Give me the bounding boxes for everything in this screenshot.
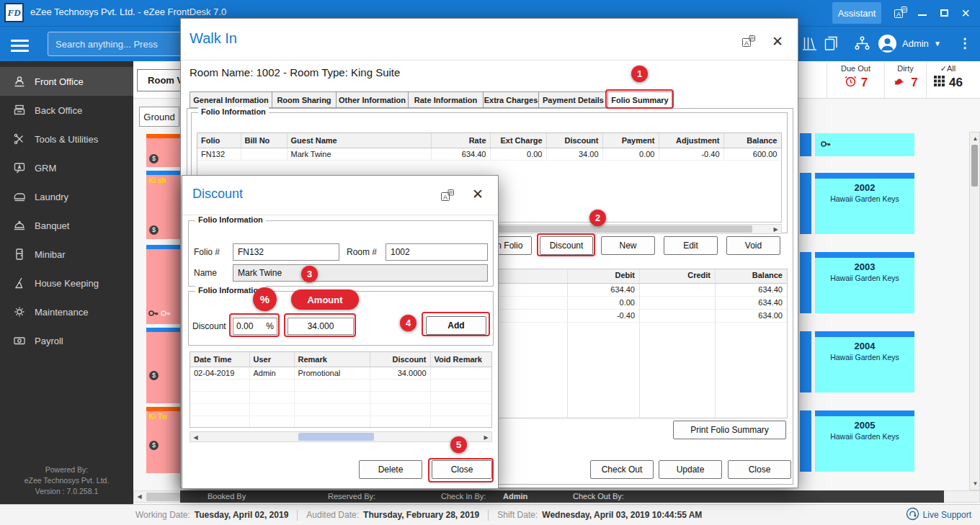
room-tile-2002[interactable]: 2002 Hawaii Garden Keys [815, 173, 914, 234]
room-tile-2004[interactable]: 2004 Hawaii Garden Keys [815, 331, 914, 392]
counter-label: Dirty [885, 64, 926, 73]
shift-date-value: Wednesday, April 03, 2019 10:44:55 AM [542, 510, 702, 520]
sidebar-item-label: Back Office [35, 105, 82, 116]
room-tile-partial[interactable] [815, 133, 914, 156]
counter-all[interactable]: ✓All 46 [926, 62, 969, 98]
sidebar-item-tools-utilities[interactable]: Tools & Utilities [0, 125, 133, 153]
sidebar-item-minibar[interactable]: Minibar [0, 240, 133, 269]
sidebar-item-label: House Keeping [35, 278, 99, 289]
room-tile[interactable]: Ki Tw $ [146, 407, 180, 473]
booked-by-label: Booked By [208, 490, 246, 503]
percent-unit: % [266, 321, 274, 331]
sidebar-item-front-office[interactable]: Front Office [0, 67, 133, 96]
user-menu[interactable]: Admin [902, 27, 929, 62]
avatar[interactable] [878, 34, 897, 56]
tab-other-information[interactable]: Other Information [337, 91, 409, 108]
room-number: 2002 [815, 182, 914, 193]
add-button[interactable]: Add [426, 316, 486, 335]
check-out-button[interactable]: Check Out [590, 460, 654, 479]
room-tile-2005[interactable]: 2005 Hawaii Garden Keys [815, 410, 914, 472]
scrollbar-thumb[interactable] [298, 433, 374, 441]
sidebar-item-laundry[interactable]: Laundry [0, 182, 133, 211]
tab-extra-charges[interactable]: Extra Charges [484, 91, 539, 108]
print-folio-summary-button[interactable]: Print Folio Summary [673, 421, 786, 439]
tab-general-information[interactable]: General Information [190, 91, 272, 108]
translate-icon[interactable]: A [892, 4, 909, 22]
folio-number-input[interactable]: FN132 [233, 243, 339, 261]
statusbar: Working Date: Tuesday, April 02, 2019 Au… [0, 504, 980, 525]
sidebar-item-house-keeping[interactable]: House Keeping [0, 269, 133, 297]
documents-icon[interactable] [823, 35, 839, 55]
scroll-down-icon[interactable]: ▼ [970, 478, 980, 489]
sidebar-footer: Powered By: eZee Technosys Pvt. Ltd. Ver… [0, 465, 133, 497]
discount-history-table: Date Time User Remark Discount Void Rema… [190, 352, 492, 428]
void-button[interactable]: Void [726, 236, 780, 255]
discount-percent-input[interactable]: 0.00 % [233, 318, 277, 335]
room-tile-2003[interactable]: 2003 Hawaii Garden Keys [815, 252, 914, 313]
tab-payment-details[interactable]: Payment Details [539, 91, 608, 108]
counter-due-out[interactable]: Due Out 7 [827, 62, 884, 98]
sidebar-item-back-office[interactable]: Back Office [0, 96, 133, 125]
vertical-scrollbar[interactable]: ▲ ▼ [969, 132, 980, 490]
translate-icon[interactable]: A [440, 189, 455, 206]
assistant-button[interactable]: Assistant [832, 2, 881, 24]
scroll-up-icon[interactable]: ▲ [970, 133, 980, 144]
scroll-left-icon[interactable]: ◀ [134, 491, 145, 502]
edit-button[interactable]: Edit [664, 236, 718, 255]
close-button[interactable]: × [957, 4, 974, 22]
tab-rate-information[interactable]: Rate Information [409, 91, 484, 108]
tab-room-sharing[interactable]: Room Sharing [272, 91, 337, 108]
annotation-step-2: 2 [589, 210, 606, 226]
room-number-input[interactable]: 1002 [386, 243, 488, 261]
discount-amount-input[interactable]: 34.000 [288, 318, 354, 335]
sidebar-item-payroll[interactable]: Payroll [0, 326, 133, 355]
walkin-close-button[interactable]: Close [728, 460, 791, 479]
room-tile[interactable]: Ki sh $ [146, 171, 180, 239]
table-row-empty [190, 391, 491, 403]
reports-icon[interactable] [801, 35, 818, 55]
working-date-label: Working Date: [135, 510, 190, 520]
live-support-button[interactable]: Live Support [906, 507, 971, 523]
sidebar-item-label: Tools & Utilities [35, 134, 98, 145]
close-icon[interactable]: ✕ [472, 187, 484, 201]
room-tile[interactable] [146, 245, 180, 324]
update-button[interactable]: Update [659, 460, 722, 479]
due-out-clock-icon [844, 74, 858, 91]
discount-button[interactable]: Discount [540, 236, 593, 255]
minimize-button[interactable] [914, 4, 931, 22]
check-in-by-label: Check In By: [441, 490, 486, 503]
table-row[interactable]: 02-04-2019 Admin Promotional 34.0000 [190, 367, 491, 379]
table-row-empty [190, 403, 491, 416]
sidebar-item-grm[interactable]: GRM [0, 153, 133, 182]
broom-icon [12, 277, 27, 290]
guest-name-input[interactable]: Mark Twine [233, 264, 488, 282]
discount-close-button[interactable]: Close [432, 460, 492, 479]
delete-button[interactable]: Delete [359, 460, 422, 479]
room-tile[interactable]: $ [146, 328, 180, 403]
new-button[interactable]: New [601, 236, 655, 255]
scrollbar-thumb[interactable] [971, 145, 978, 187]
scroll-right-icon[interactable]: ▶ [481, 432, 491, 443]
sidebar-item-maintenance[interactable]: Maintenance [0, 297, 133, 326]
tools-icon [12, 133, 27, 145]
org-chart-icon[interactable] [853, 35, 871, 55]
room-type-name: Hawaii Garden Keys [815, 432, 914, 441]
maximize-button[interactable] [935, 4, 953, 22]
sidebar-item-banquet[interactable]: Banquet [0, 211, 133, 240]
audited-date-label: Audited Date: [306, 510, 359, 520]
floor-tab-ground[interactable]: Ground [139, 107, 179, 127]
history-table-scrollbar[interactable]: ◀ ▶ [190, 431, 492, 442]
counter-dirty[interactable]: Dirty 7 [884, 62, 926, 98]
hamburger-menu-icon[interactable] [11, 37, 29, 55]
table-row[interactable]: FN132 Mark Twine 634.40 0.00 34.00 0.00 … [197, 148, 781, 160]
close-icon[interactable]: ✕ [772, 35, 783, 48]
scroll-left-icon[interactable]: ◀ [190, 432, 201, 443]
translate-icon[interactable]: A [741, 35, 756, 52]
scroll-right-icon[interactable]: ▶ [770, 224, 781, 235]
more-options-icon[interactable]: ⋮ [958, 27, 971, 62]
room-tile[interactable]: $ [146, 134, 180, 167]
table-header-row: Folio Bill No Guest Name Rate Ext Charge… [197, 133, 781, 148]
sidebar-item-label: Minibar [35, 249, 66, 260]
chevron-down-icon[interactable]: ▼ [934, 27, 941, 62]
tab-folio-summary[interactable]: Folio Summary [608, 91, 672, 108]
